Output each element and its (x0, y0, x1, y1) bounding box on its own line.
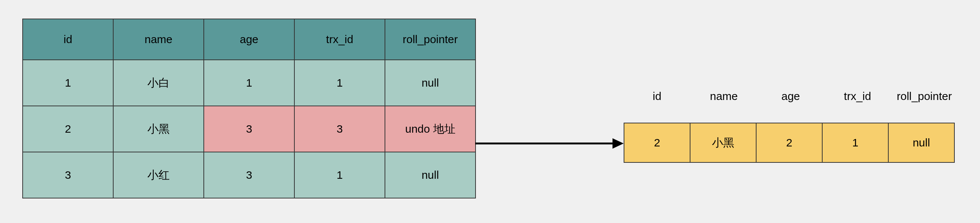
cell-trx-id: 1 (294, 60, 385, 106)
table-row: 2 小黑 3 3 undo 地址 (23, 106, 476, 152)
cell-roll-pointer: undo 地址 (385, 106, 476, 152)
undo-cell-id: 2 (624, 123, 690, 163)
undo-header-row: id name age trx_id roll_pointer (624, 90, 958, 103)
table-row: 1 小白 1 1 null (23, 60, 476, 106)
cell-id: 1 (23, 60, 113, 106)
undo-record-row: 2 小黑 2 1 null (624, 123, 955, 163)
cell-roll-pointer: null (385, 152, 476, 198)
table-header-row: id name age trx_id roll_pointer (23, 19, 476, 60)
svg-marker-1 (612, 138, 624, 149)
cell-age: 3 (204, 152, 294, 198)
cell-age: 1 (204, 60, 294, 106)
cell-name: 小黑 (113, 106, 204, 152)
main-record-table: id name age trx_id roll_pointer 1 小白 1 1… (22, 19, 476, 199)
arrow-icon (475, 135, 624, 152)
cell-name: 小红 (113, 152, 204, 198)
undo-cell-name: 小黑 (690, 123, 757, 163)
cell-trx-id: 3 (294, 106, 385, 152)
col-id: id (23, 19, 113, 60)
cell-id: 3 (23, 152, 113, 198)
cell-id: 2 (23, 106, 113, 152)
undo-col-id: id (624, 90, 690, 103)
undo-col-trx-id: trx_id (824, 90, 891, 103)
table-row: 3 小红 3 1 null (23, 152, 476, 198)
undo-col-name: name (690, 90, 757, 103)
col-age: age (204, 19, 294, 60)
col-roll-pointer: roll_pointer (385, 19, 476, 60)
cell-age: 3 (204, 106, 294, 152)
col-name: name (113, 19, 204, 60)
cell-roll-pointer: null (385, 60, 476, 106)
undo-cell-age: 2 (756, 123, 822, 163)
undo-cell-roll-pointer: null (888, 123, 955, 163)
undo-col-roll-pointer: roll_pointer (891, 90, 958, 103)
undo-col-age: age (757, 90, 824, 103)
cell-trx-id: 1 (294, 152, 385, 198)
undo-cell-trx-id: 1 (822, 123, 889, 163)
col-trx-id: trx_id (294, 19, 385, 60)
cell-name: 小白 (113, 60, 204, 106)
